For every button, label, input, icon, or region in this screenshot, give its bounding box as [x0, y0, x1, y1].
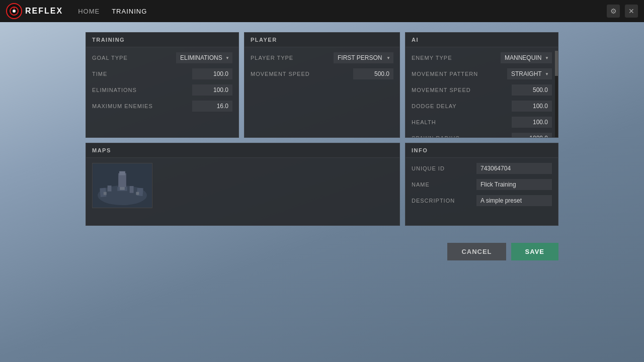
player-panel-body: PLAYER TYPE FIRST PERSON THIRD PERSON MO…: [245, 47, 399, 89]
training-panel: TRAINING GOAL TYPE ELIMINATIONS TIME LIM…: [86, 32, 239, 138]
svg-rect-13: [104, 192, 107, 195]
info-panel: INFO UNIQUE ID NAME DESCRIPTION: [405, 143, 558, 226]
svg-point-1: [13, 10, 16, 13]
unique-id-label: UNIQUE ID: [412, 165, 445, 171]
svg-rect-11: [118, 173, 126, 187]
player-type-select[interactable]: FIRST PERSON THIRD PERSON: [334, 52, 393, 63]
max-enemies-row: MAXIMUM ENEMIES: [92, 101, 232, 112]
ai-movement-speed-label: MOVEMENT SPEED: [412, 87, 471, 93]
health-input[interactable]: [512, 117, 552, 128]
cancel-button[interactable]: CANCEL: [447, 243, 506, 260]
player-movement-speed-label: MOVEMENT SPEED: [251, 71, 310, 77]
svg-rect-8: [130, 186, 134, 193]
ai-panel: AI ENEMY TYPE MANNEQUIN ROBOT HUMANOID M…: [405, 32, 558, 138]
time-input[interactable]: [192, 68, 232, 79]
svg-rect-14: [136, 192, 139, 195]
description-input[interactable]: [476, 195, 552, 206]
player-type-label: PLAYER TYPE: [251, 55, 293, 61]
training-panel-body: GOAL TYPE ELIMINATIONS TIME LIMIT SCORE …: [86, 47, 238, 122]
topbar: REFLEX HOME TRAINING ⚙ ✕: [0, 0, 644, 22]
spawn-radius-label: SPAWN RADIUS: [412, 135, 460, 138]
close-button[interactable]: ✕: [625, 5, 638, 18]
bottom-row: MAPS: [86, 143, 558, 226]
max-enemies-label: MAXIMUM ENEMIES: [92, 103, 153, 109]
ai-panel-header: AI: [406, 33, 558, 47]
name-row: NAME: [412, 179, 552, 190]
health-label: HEALTH: [412, 119, 436, 125]
movement-pattern-select[interactable]: STRAIGHT STRAFE RANDOM: [507, 68, 552, 79]
player-panel: PLAYER PLAYER TYPE FIRST PERSON THIRD PE…: [244, 32, 400, 138]
enemy-type-label: ENEMY TYPE: [412, 55, 452, 61]
max-enemies-input[interactable]: [192, 101, 232, 112]
svg-rect-6: [108, 186, 112, 192]
enemy-type-select-wrapper: MANNEQUIN ROBOT HUMANOID: [501, 52, 552, 63]
player-movement-speed-input[interactable]: [353, 68, 393, 79]
ai-movement-speed-row: MOVEMENT SPEED: [412, 84, 552, 96]
goal-type-row: GOAL TYPE ELIMINATIONS TIME LIMIT SCORE: [92, 52, 232, 63]
map-thumbnail[interactable]: [92, 163, 152, 208]
spawn-radius-row: SPAWN RADIUS: [412, 133, 552, 138]
health-row: HEALTH: [412, 117, 552, 128]
logo-icon: [6, 3, 22, 19]
ai-scrollbar[interactable]: [555, 51, 558, 137]
eliminations-row: ELIMINATIONS: [92, 84, 232, 96]
logo: REFLEX: [6, 3, 63, 19]
movement-pattern-label: MOVEMENT PATTERN: [412, 71, 478, 77]
goal-type-label: GOAL TYPE: [92, 55, 128, 61]
maps-panel: MAPS: [86, 143, 400, 226]
player-panel-header: PLAYER: [245, 33, 399, 47]
ai-scrollbar-thumb: [555, 51, 558, 76]
action-bar: CANCEL SAVE: [0, 236, 644, 267]
time-label: TIME: [92, 71, 107, 77]
movement-pattern-row: MOVEMENT PATTERN STRAIGHT STRAFE RANDOM: [412, 68, 552, 79]
eliminations-input[interactable]: [192, 84, 232, 96]
enemy-type-row: ENEMY TYPE MANNEQUIN ROBOT HUMANOID: [412, 52, 552, 63]
player-movement-speed-row: MOVEMENT SPEED: [251, 68, 393, 79]
goal-type-select[interactable]: ELIMINATIONS TIME LIMIT SCORE: [176, 52, 232, 63]
dodge-delay-input[interactable]: [512, 101, 552, 112]
ai-panel-body: ENEMY TYPE MANNEQUIN ROBOT HUMANOID MOVE…: [406, 47, 558, 138]
info-panel-header: INFO: [406, 143, 558, 158]
maps-panel-header: MAPS: [86, 143, 399, 158]
spawn-radius-input[interactable]: [512, 133, 552, 138]
nav-home[interactable]: HOME: [78, 8, 100, 15]
nav-training[interactable]: TRAINING: [112, 8, 147, 15]
movement-pattern-select-wrapper: STRAIGHT STRAFE RANDOM: [507, 68, 552, 79]
description-label: DESCRIPTION: [412, 198, 455, 204]
logo-text: REFLEX: [25, 7, 63, 16]
name-input[interactable]: [476, 179, 552, 190]
dodge-delay-row: DODGE DELAY: [412, 101, 552, 112]
save-button[interactable]: SAVE: [511, 243, 558, 260]
eliminations-label: ELIMINATIONS: [92, 87, 137, 93]
svg-rect-12: [119, 171, 125, 175]
nav-links: HOME TRAINING: [78, 8, 147, 15]
settings-button[interactable]: ⚙: [607, 5, 620, 18]
time-row: TIME: [92, 68, 232, 79]
training-panel-header: TRAINING: [86, 33, 238, 47]
goal-type-select-wrapper: ELIMINATIONS TIME LIMIT SCORE: [176, 52, 232, 63]
unique-id-row: UNIQUE ID: [412, 163, 552, 174]
name-label: NAME: [412, 182, 430, 188]
unique-id-input[interactable]: [476, 163, 552, 174]
dodge-delay-label: DODGE DELAY: [412, 103, 457, 109]
top-row: TRAINING GOAL TYPE ELIMINATIONS TIME LIM…: [86, 32, 558, 138]
ai-movement-speed-input[interactable]: [512, 84, 552, 96]
maps-panel-body: [86, 158, 399, 213]
description-row: DESCRIPTION: [412, 195, 552, 206]
topbar-right: ⚙ ✕: [607, 5, 638, 18]
player-type-select-wrapper: FIRST PERSON THIRD PERSON: [334, 52, 393, 63]
info-panel-body: UNIQUE ID NAME DESCRIPTION: [406, 158, 558, 216]
player-type-row: PLAYER TYPE FIRST PERSON THIRD PERSON: [251, 52, 393, 63]
enemy-type-select[interactable]: MANNEQUIN ROBOT HUMANOID: [501, 52, 552, 63]
main-content: TRAINING GOAL TYPE ELIMINATIONS TIME LIM…: [0, 22, 644, 236]
